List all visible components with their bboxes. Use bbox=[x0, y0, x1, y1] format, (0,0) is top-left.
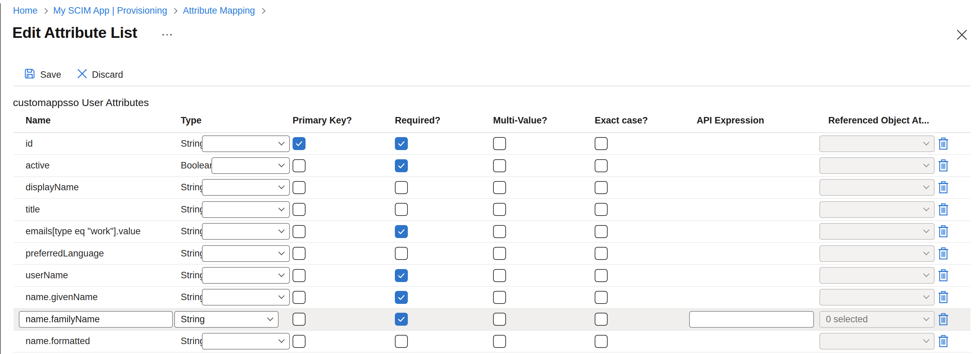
exact-case-checkbox[interactable] bbox=[595, 181, 608, 194]
attribute-type-select[interactable] bbox=[202, 267, 290, 284]
attribute-type-select[interactable] bbox=[202, 136, 290, 152]
chevron-down-icon bbox=[267, 315, 273, 321]
primary-key-checkbox[interactable] bbox=[293, 159, 305, 172]
required-checkbox[interactable] bbox=[395, 159, 408, 172]
primary-key-checkbox[interactable] bbox=[293, 269, 305, 282]
trash-icon bbox=[939, 247, 948, 260]
attribute-type-select[interactable] bbox=[202, 289, 290, 306]
required-checkbox[interactable] bbox=[395, 291, 408, 304]
api-expression-input[interactable] bbox=[689, 311, 814, 328]
multi-value-checkbox[interactable] bbox=[493, 269, 506, 282]
breadcrumb-link[interactable]: My SCIM App | Provisioning bbox=[53, 5, 167, 16]
save-label: Save bbox=[40, 70, 61, 80]
required-checkbox[interactable] bbox=[395, 203, 408, 216]
multi-value-checkbox[interactable] bbox=[493, 291, 506, 304]
referenced-object-select[interactable] bbox=[819, 289, 935, 306]
attribute-type: String bbox=[177, 226, 205, 237]
multi-value-checkbox[interactable] bbox=[493, 159, 506, 172]
trash-icon bbox=[939, 159, 948, 172]
delete-row-button[interactable] bbox=[936, 246, 950, 261]
exact-case-checkbox[interactable] bbox=[595, 225, 608, 238]
close-icon[interactable] bbox=[955, 28, 969, 42]
exact-case-checkbox[interactable] bbox=[595, 313, 608, 326]
save-button[interactable]: Save bbox=[24, 68, 61, 82]
primary-key-checkbox[interactable] bbox=[293, 181, 305, 194]
referenced-object-select[interactable] bbox=[819, 157, 935, 174]
attribute-type-select[interactable]: String bbox=[174, 311, 278, 328]
multi-value-checkbox[interactable] bbox=[493, 203, 506, 216]
primary-key-checkbox[interactable] bbox=[293, 335, 305, 348]
attribute-type-select[interactable] bbox=[212, 157, 290, 174]
referenced-object-select[interactable] bbox=[819, 333, 935, 349]
primary-key-checkbox[interactable] bbox=[293, 225, 305, 238]
attribute-type-select[interactable] bbox=[202, 333, 290, 349]
delete-row-button[interactable] bbox=[936, 334, 950, 349]
multi-value-checkbox[interactable] bbox=[493, 313, 506, 326]
chevron-down-icon bbox=[278, 271, 285, 277]
table-row: preferredLanguage String bbox=[14, 243, 970, 265]
referenced-object-select[interactable]: 0 selected bbox=[819, 311, 935, 328]
exact-case-checkbox[interactable] bbox=[595, 137, 608, 150]
required-checkbox[interactable] bbox=[395, 247, 408, 260]
required-checkbox[interactable] bbox=[395, 181, 408, 194]
primary-key-checkbox[interactable] bbox=[293, 247, 305, 260]
multi-value-checkbox[interactable] bbox=[493, 225, 506, 238]
multi-value-checkbox[interactable] bbox=[493, 181, 506, 194]
chevron-down-icon bbox=[923, 293, 929, 299]
attribute-type: String bbox=[177, 139, 205, 149]
multi-value-checkbox[interactable] bbox=[493, 137, 506, 150]
required-checkbox[interactable] bbox=[395, 313, 408, 326]
referenced-object-select[interactable] bbox=[819, 267, 935, 284]
breadcrumb-link[interactable]: Home bbox=[13, 5, 38, 16]
trash-icon bbox=[939, 225, 948, 238]
delete-row-button[interactable] bbox=[936, 202, 950, 217]
primary-key-checkbox[interactable] bbox=[293, 313, 305, 326]
delete-row-button[interactable] bbox=[936, 158, 950, 173]
exact-case-checkbox[interactable] bbox=[595, 159, 608, 172]
referenced-object-select[interactable] bbox=[819, 201, 935, 218]
delete-row-button[interactable] bbox=[936, 268, 950, 283]
chevron-down-icon bbox=[278, 161, 285, 167]
more-options-icon[interactable] bbox=[161, 31, 173, 38]
required-checkbox[interactable] bbox=[395, 335, 408, 348]
save-icon bbox=[24, 68, 35, 82]
exact-case-checkbox[interactable] bbox=[595, 291, 608, 304]
referenced-object-select[interactable] bbox=[819, 245, 935, 262]
required-checkbox[interactable] bbox=[395, 269, 408, 282]
column-header-exact-case: Exact case? bbox=[592, 115, 694, 126]
chevron-down-icon bbox=[923, 249, 929, 255]
delete-row-button[interactable] bbox=[936, 136, 950, 151]
multi-value-checkbox[interactable] bbox=[493, 247, 506, 260]
breadcrumb-chevron-icon bbox=[259, 8, 265, 14]
delete-row-button[interactable] bbox=[936, 180, 950, 195]
attribute-type: String bbox=[177, 336, 205, 346]
exact-case-checkbox[interactable] bbox=[595, 247, 608, 260]
attribute-type-select[interactable] bbox=[202, 223, 290, 240]
primary-key-checkbox[interactable] bbox=[293, 291, 305, 304]
exact-case-checkbox[interactable] bbox=[595, 203, 608, 216]
primary-key-checkbox[interactable] bbox=[293, 137, 305, 150]
multi-value-checkbox[interactable] bbox=[493, 335, 506, 348]
discard-button[interactable]: Discard bbox=[77, 69, 123, 81]
attribute-name-input[interactable] bbox=[19, 311, 173, 328]
exact-case-checkbox[interactable] bbox=[595, 269, 608, 282]
table-body: id String bbox=[14, 133, 970, 352]
attribute-type-select[interactable] bbox=[202, 179, 290, 196]
referenced-object-select[interactable] bbox=[819, 136, 935, 152]
required-checkbox[interactable] bbox=[395, 225, 408, 238]
referenced-object-select[interactable] bbox=[819, 223, 935, 240]
breadcrumb-link[interactable]: Attribute Mapping bbox=[183, 5, 255, 16]
table-row: active Boolean bbox=[14, 155, 970, 177]
delete-row-button[interactable] bbox=[936, 290, 950, 305]
exact-case-checkbox[interactable] bbox=[595, 335, 608, 348]
referenced-object-select[interactable] bbox=[819, 179, 935, 196]
attribute-type-select[interactable] bbox=[202, 245, 290, 262]
chevron-down-icon bbox=[278, 183, 285, 189]
attribute-type-select[interactable] bbox=[202, 201, 290, 218]
chevron-down-icon bbox=[278, 139, 285, 145]
required-checkbox[interactable] bbox=[395, 137, 408, 150]
primary-key-checkbox[interactable] bbox=[293, 203, 305, 216]
delete-row-button[interactable] bbox=[936, 312, 950, 327]
delete-row-button[interactable] bbox=[936, 224, 950, 239]
table-row: displayName String bbox=[14, 177, 970, 199]
